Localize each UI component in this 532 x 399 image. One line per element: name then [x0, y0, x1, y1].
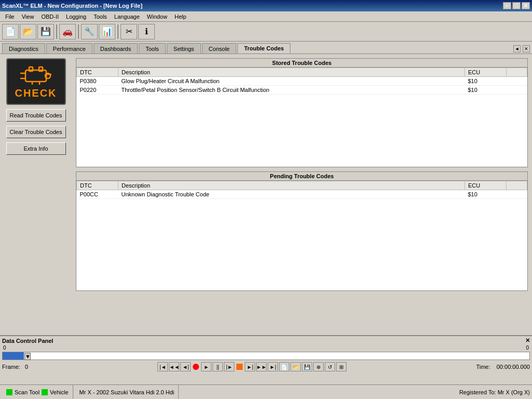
- pending-trouble-codes-panel: Pending Trouble Codes DTC Description EC…: [76, 171, 528, 291]
- toolbar-cut[interactable]: ✂: [121, 24, 137, 39]
- title-bar-buttons: − □ ✕: [503, 2, 530, 9]
- stored-col-dtc: DTC: [77, 68, 118, 77]
- playback-next[interactable]: ►|: [245, 362, 255, 371]
- maximize-button[interactable]: □: [512, 2, 521, 9]
- stored-description: Glow Plug/Heater Circuit A Malfunction: [118, 77, 465, 86]
- playback-ff[interactable]: ►►: [256, 362, 267, 371]
- dcp-title: Data Control Panel: [2, 338, 53, 344]
- right-panel: Stored Trouble Codes DTC Description ECU…: [72, 54, 532, 335]
- menu-window[interactable]: Window: [144, 12, 170, 21]
- vehicle-info: Mr X - 2002 Suzuki Vitara Hdi 2.0 Hdi: [79, 389, 175, 395]
- stored-col-description: Description: [118, 68, 465, 77]
- time-display: Time: 00:00:00.000: [476, 364, 530, 370]
- playback-step-back[interactable]: ◄|: [180, 362, 191, 371]
- svg-rect-2: [39, 67, 43, 71]
- tab-performance[interactable]: Performance: [46, 43, 92, 54]
- menu-language[interactable]: Language: [111, 12, 143, 21]
- check-text: CHECK: [15, 87, 57, 99]
- stored-ecu: $10: [465, 86, 507, 95]
- read-trouble-codes-button[interactable]: Read Trouble Codes: [6, 109, 66, 122]
- log-grid[interactable]: ⊞: [336, 362, 347, 371]
- data-control-panel: Data Control Panel ✕ 0 0 ▼ Frame: 0 |◄ ◄…: [0, 335, 532, 384]
- tab-close[interactable]: ✕: [523, 45, 530, 52]
- scan-tool-label: Scan Tool: [15, 389, 39, 395]
- menu-tools[interactable]: Tools: [90, 12, 110, 21]
- scan-tool-status: Scan Tool Vehicle: [2, 385, 73, 399]
- stored-ecu: $10: [465, 77, 507, 86]
- tab-dashboards[interactable]: Dashboards: [94, 43, 138, 54]
- log-extra[interactable]: ⊕: [313, 362, 324, 371]
- dcp-close-button[interactable]: ✕: [525, 337, 530, 344]
- tab-trouble-codes[interactable]: Trouble Codes: [237, 43, 290, 54]
- toolbar-new[interactable]: 📄: [2, 24, 19, 39]
- tab-console[interactable]: Console: [202, 43, 236, 54]
- stored-codes-table: DTC Description ECU P0380 Glow Plug/Heat…: [76, 68, 527, 95]
- tab-tools[interactable]: Tools: [139, 43, 166, 54]
- minimize-button[interactable]: −: [503, 2, 511, 9]
- title-bar: ScanXL™ ELM - New Configuration - [New L…: [0, 0, 532, 11]
- log-refresh[interactable]: ↺: [325, 362, 335, 371]
- toolbar: 📄 📂 💾 🚗 🔧 📊 ✂ ℹ: [0, 22, 532, 42]
- registered-to: Registered To: Mr X (Org X): [459, 389, 530, 395]
- stored-trouble-codes-panel: Stored Trouble Codes DTC Description ECU…: [76, 58, 528, 167]
- progress-thumb[interactable]: ▼: [24, 353, 31, 360]
- log-open[interactable]: 📂: [290, 362, 301, 371]
- tab-diagnostics[interactable]: Diagnostics: [2, 43, 45, 54]
- toolbar-sep1: [56, 24, 57, 39]
- log-new[interactable]: 📄: [279, 362, 289, 371]
- log-save[interactable]: 💾: [302, 362, 312, 371]
- menu-logging[interactable]: Logging: [63, 12, 89, 21]
- stored-col-ecu: ECU: [465, 68, 507, 77]
- playback-pause[interactable]: ||: [212, 362, 223, 371]
- menu-help[interactable]: Help: [171, 12, 190, 21]
- record-button[interactable]: [193, 364, 199, 370]
- progress-start: 0: [3, 345, 6, 351]
- engine-icon: [18, 64, 54, 87]
- tab-scroll-left[interactable]: ◄: [513, 45, 521, 52]
- progress-end: 0: [526, 345, 529, 351]
- pending-col-ecu: ECU: [465, 181, 507, 190]
- menu-file[interactable]: File: [2, 12, 18, 21]
- clear-trouble-codes-button[interactable]: Clear Trouble Codes: [6, 126, 66, 138]
- stored-dtc: P0380: [77, 77, 118, 86]
- vehicle-indicator: [42, 389, 48, 395]
- frame-info: Frame: 0 |◄ ◄◄ ◄| ► || |► ►| ►► ►| 📄 📂 💾…: [2, 361, 530, 373]
- toolbar-car[interactable]: 🚗: [59, 24, 76, 39]
- window-title: ScanXL™ ELM - New Configuration - [New L…: [2, 3, 142, 9]
- frame-label: Frame: 0: [2, 364, 28, 370]
- playback-skip-start[interactable]: |◄: [157, 362, 168, 371]
- pending-code-row: P00CC Unknown Diagnostic Trouble Code $1…: [77, 190, 527, 199]
- svg-rect-1: [29, 67, 33, 71]
- playback-stop[interactable]: [236, 364, 243, 370]
- status-bar: Scan Tool Vehicle Mr X - 2002 Suzuki Vit…: [0, 384, 532, 399]
- pending-codes-title: Pending Trouble Codes: [76, 172, 527, 181]
- toolbar-info[interactable]: ℹ: [138, 24, 155, 39]
- toolbar-sep3: [117, 24, 118, 39]
- dcp-header: Data Control Panel ✕: [2, 337, 530, 344]
- menu-bar: File View OBD-II Logging Tools Language …: [0, 11, 532, 22]
- playback-skip-end[interactable]: ►|: [268, 362, 278, 371]
- stored-code-row: P0380 Glow Plug/Heater Circuit A Malfunc…: [77, 77, 527, 86]
- vehicle-label: Vehicle: [50, 389, 68, 395]
- stored-dtc: P0220: [77, 86, 118, 95]
- playback-step-fwd[interactable]: |►: [224, 362, 234, 371]
- tab-settings[interactable]: Settings: [167, 43, 201, 54]
- stored-extra: [507, 86, 527, 95]
- pending-extra: [507, 190, 527, 199]
- menu-obd2[interactable]: OBD-II: [38, 12, 62, 21]
- toolbar-open[interactable]: 📂: [20, 24, 36, 39]
- stored-col-extra: [507, 68, 527, 77]
- extra-info-button[interactable]: Extra Info: [6, 142, 66, 155]
- left-panel: CHECK Read Trouble Codes Clear Trouble C…: [0, 54, 72, 335]
- toolbar-save[interactable]: 💾: [37, 24, 54, 39]
- playback-controls: |◄ ◄◄ ◄| ► || |► ►| ►► ►| 📄 📂 💾 ⊕ ↺ ⊞: [157, 362, 347, 371]
- close-button[interactable]: ✕: [522, 2, 530, 9]
- toolbar-chart[interactable]: 📊: [99, 24, 115, 39]
- stored-description: Throttle/Petal Position Sensor/Switch B …: [118, 86, 465, 95]
- toolbar-settings[interactable]: 🔧: [81, 24, 98, 39]
- svg-rect-0: [25, 70, 46, 82]
- progress-bar[interactable]: ▼: [2, 352, 530, 360]
- menu-view[interactable]: View: [19, 12, 37, 21]
- playback-prev[interactable]: ◄◄: [169, 362, 179, 371]
- playback-play[interactable]: ►: [201, 362, 211, 371]
